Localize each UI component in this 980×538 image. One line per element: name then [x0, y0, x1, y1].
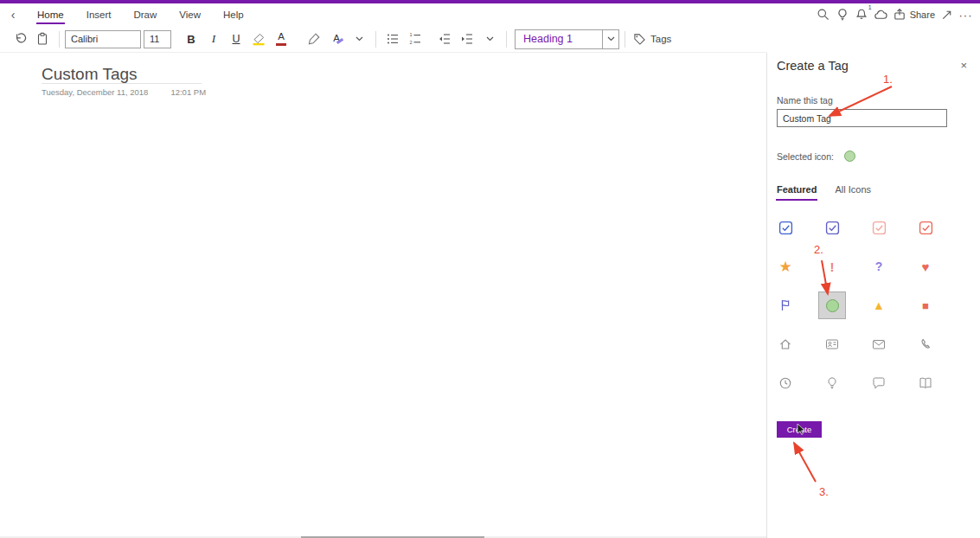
font-name-value: Calibri	[71, 34, 98, 44]
tab-draw[interactable]: Draw	[122, 3, 168, 26]
font-size-value: 11	[150, 34, 159, 44]
tag-icon-envelope[interactable]	[865, 330, 893, 358]
tag-icon-flag[interactable]	[772, 291, 799, 319]
selected-icon-label: Selected icon:	[777, 151, 834, 162]
paragraph-options-dropdown[interactable]	[479, 28, 500, 50]
format-painter-button[interactable]	[304, 28, 324, 50]
icon-grid: ★ ! ? ♥ ▲ ■	[772, 214, 939, 397]
style-selector[interactable]: Heading 1	[515, 29, 619, 49]
decrease-indent-button[interactable]	[434, 28, 455, 50]
cloud-icon	[874, 8, 888, 22]
style-selected-value: Heading 1	[516, 30, 602, 48]
bold-label: B	[187, 33, 195, 46]
create-button[interactable]: Create	[777, 421, 822, 438]
highlighter-icon	[252, 32, 266, 46]
more-options-button[interactable]: ···	[957, 5, 975, 24]
tag-icon-heart[interactable]: ♥	[912, 253, 939, 280]
share-icon	[893, 8, 906, 22]
page-canvas[interactable]: Custom Tags Tuesday, December 11, 2018 1…	[0, 53, 766, 538]
page-title[interactable]: Custom Tags	[42, 65, 138, 84]
tag-icon-check-box-light-red[interactable]	[865, 214, 893, 241]
numbered-list-button[interactable]: 12	[405, 28, 426, 50]
bullet-list-icon	[386, 32, 400, 46]
page-date: Tuesday, December 11, 2018	[42, 87, 148, 97]
toolbar-divider	[59, 31, 60, 48]
toolbar-divider	[625, 31, 625, 48]
share-button[interactable]: Share	[891, 5, 937, 24]
selected-green-circle-icon	[844, 151, 855, 162]
tag-icon-square[interactable]: ■	[912, 291, 939, 319]
notifications-button[interactable]: 1	[853, 5, 871, 24]
tag-icon	[633, 33, 646, 46]
tag-icon-check-box-blue[interactable]	[772, 214, 799, 241]
increase-indent-button[interactable]	[457, 28, 477, 50]
icon-tabs: Featured All Icons	[777, 184, 871, 201]
tab-view[interactable]: View	[168, 3, 212, 26]
tab-insert[interactable]: Insert	[75, 3, 123, 26]
onenote-window: ‹ Home Insert Draw View Help 1	[0, 0, 980, 538]
bell-icon	[855, 8, 868, 22]
font-size-selector[interactable]: 11	[144, 30, 171, 48]
toolbar-divider	[506, 31, 507, 48]
tag-icon-home[interactable]	[772, 330, 799, 358]
undo-icon	[13, 32, 27, 46]
create-tag-panel: Create a Tag × Name this tag Selected ic…	[767, 53, 980, 538]
tag-name-input[interactable]	[777, 109, 947, 127]
tab-all-icons[interactable]: All Icons	[835, 184, 871, 201]
font-options-dropdown[interactable]	[349, 28, 369, 50]
tag-icon-contact-card[interactable]	[818, 330, 846, 358]
undo-button[interactable]	[10, 28, 30, 50]
font-color-button[interactable]: A	[271, 28, 291, 50]
bold-button[interactable]: B	[181, 28, 202, 50]
tag-icon-lightbulb[interactable]	[818, 369, 846, 397]
italic-label: I	[212, 32, 216, 46]
title-underline	[42, 83, 202, 84]
numbered-list-icon: 12	[408, 32, 422, 46]
tag-icon-question[interactable]: ?	[865, 253, 893, 280]
tag-icon-phone[interactable]	[912, 330, 939, 358]
style-dropdown-arrow[interactable]	[602, 30, 618, 48]
clipboard-icon	[35, 32, 49, 46]
paste-button[interactable]	[32, 28, 53, 50]
panel-title: Create a Tag	[777, 59, 849, 73]
clear-formatting-button[interactable]: A	[326, 28, 347, 50]
underline-label: U	[232, 33, 240, 45]
full-page-view-button[interactable]	[938, 5, 956, 24]
tag-icon-triangle[interactable]: ▲	[865, 291, 893, 319]
tag-icon-clock[interactable]	[772, 369, 799, 397]
search-icon	[817, 8, 830, 22]
tag-icon-check-box-purple[interactable]	[818, 214, 846, 241]
indent-icon	[460, 32, 474, 46]
tips-button[interactable]	[834, 5, 852, 24]
close-panel-button[interactable]: ×	[960, 59, 967, 72]
tag-icon-star[interactable]: ★	[772, 253, 799, 280]
back-button[interactable]: ‹	[0, 8, 26, 22]
outdent-icon	[438, 32, 452, 46]
font-color-icon: A	[276, 32, 286, 46]
svg-text:1: 1	[409, 32, 412, 37]
formatting-toolbar: Calibri 11 B I U A A	[0, 26, 766, 53]
tag-icon-exclamation[interactable]: !	[818, 253, 846, 280]
format-painter-icon	[307, 32, 321, 46]
italic-button[interactable]: I	[203, 28, 224, 50]
tab-help[interactable]: Help	[212, 3, 255, 26]
chevron-down-icon	[355, 36, 363, 42]
tag-icon-speech-bubble[interactable]	[865, 369, 893, 397]
tag-icon-green-circle[interactable]	[818, 291, 846, 319]
highlight-button[interactable]	[248, 28, 269, 50]
menubar: ‹ Home Insert Draw View Help 1	[0, 3, 980, 26]
tags-button[interactable]: Tags	[633, 33, 671, 46]
page-time: 12:01 PM	[170, 87, 206, 97]
share-label: Share	[910, 10, 935, 20]
menubar-right-actions: 1 Share ···	[815, 5, 980, 24]
tab-home[interactable]: Home	[26, 3, 75, 26]
font-name-selector[interactable]: Calibri	[65, 30, 141, 48]
tag-icon-check-box-red[interactable]	[912, 214, 939, 241]
sync-button[interactable]	[872, 5, 890, 24]
bullet-list-button[interactable]	[382, 28, 403, 50]
clear-formatting-icon: A	[333, 34, 340, 44]
tab-featured[interactable]: Featured	[777, 184, 817, 201]
tag-icon-book[interactable]	[912, 369, 939, 397]
search-button[interactable]	[815, 5, 833, 24]
underline-button[interactable]: U	[226, 28, 247, 50]
